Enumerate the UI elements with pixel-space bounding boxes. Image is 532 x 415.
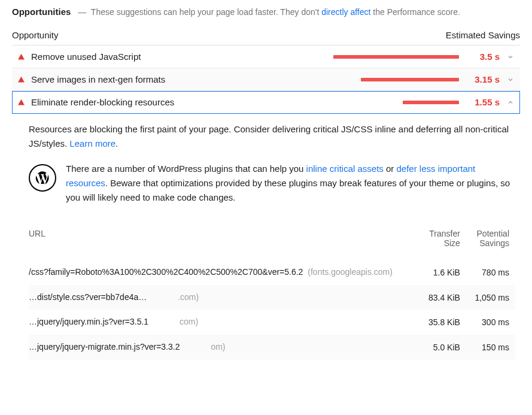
period: . [115,138,118,149]
resource-host: (fonts.googleapis.com) [308,267,393,277]
resource-url: /css?family=Roboto%3A100%2C300%2C400%2C5… [29,267,303,277]
savings-bar [333,55,459,59]
warning-triangle-icon [17,98,25,107]
resource-host: om) [211,342,225,352]
potential-savings: 300 ms [466,310,515,335]
potential-savings: 780 ms [466,260,515,285]
dash: — [78,7,86,17]
audit-row-nextgen-images[interactable]: Serve images in next-gen formats 3.15 s [12,68,520,91]
table-row: /css?family=Roboto%3A100%2C300%2C400%2C5… [29,260,515,285]
wordpress-callout-text: There are a number of WordPress plugins … [66,162,515,205]
section-desc: These suggestions can help your page loa… [91,7,460,17]
savings-value: 1.55 s [465,97,500,107]
potential-savings: 150 ms [466,335,515,360]
resource-url: …jquery/jquery.min.js?ver=3.5.1 [29,317,148,326]
th-url: URL [29,225,420,260]
savings-value: 3.15 s [465,74,500,84]
transfer-size: 35.8 KiB [420,310,466,335]
learn-more-link[interactable]: Learn more [69,138,115,149]
wp-prefix: There are a number of WordPress plugins … [66,163,306,174]
transfer-size: 5.0 KiB [420,335,466,360]
savings-bar [333,78,459,81]
chevron-up-icon [506,99,515,106]
audit-row-remove-unused-js[interactable]: Remove unused JavaScript 3.5 s [12,46,520,68]
section-title: Opportunities [12,7,71,17]
warning-triangle-icon [17,53,25,61]
potential-savings: 1,050 ms [466,285,515,310]
wp-suffix: . Beware that optimizations provided by … [66,178,510,202]
savings-bar [333,101,459,104]
resource-host: .com) [178,292,199,302]
resource-url: …dist/style.css?ver=bb7de4a… [29,292,147,302]
table-row: …jquery/jquery-migrate.min.js?ver=3.3.2 … [29,335,515,360]
directly-affect-link[interactable]: directly affect [321,7,370,17]
col-estimated-savings: Estimated Savings [446,30,520,40]
columns-header: Opportunity Estimated Savings [12,26,520,46]
audit-row-render-blocking[interactable]: Eliminate render-blocking resources 1.55… [12,91,520,114]
th-transfer-size: TransferSize [420,225,466,260]
resource-host: com) [180,317,198,326]
detail-description: Resources are blocking the first paint o… [29,122,515,151]
opportunities-heading: Opportunities — These suggestions can he… [12,5,520,19]
savings-value: 3.5 s [465,52,500,62]
warning-triangle-icon [17,75,25,84]
resources-table: URL TransferSize PotentialSavings /css?f… [29,225,515,360]
chevron-down-icon [506,53,515,60]
desc-prefix: These suggestions can help your page loa… [91,7,321,17]
desc-suffix: the Performance score. [370,7,460,17]
transfer-size: 83.4 KiB [420,285,466,310]
resource-url: …jquery/jquery-migrate.min.js?ver=3.3.2 [29,342,180,352]
audit-title: Eliminate render-blocking resources [31,97,327,107]
wp-mid: or [384,163,397,174]
table-row: …dist/style.css?ver=bb7de4a… .com) 83.4 … [29,285,515,310]
th-potential-savings: PotentialSavings [466,225,515,260]
audit-detail: Resources are blocking the first paint o… [12,114,520,360]
audit-title: Remove unused JavaScript [31,52,327,62]
transfer-size: 1.6 KiB [420,260,466,285]
table-row: …jquery/jquery.min.js?ver=3.5.1 com) 35.… [29,310,515,335]
inline-critical-assets-link[interactable]: inline critical assets [306,163,384,174]
chevron-down-icon [506,76,515,83]
wordpress-callout: There are a number of WordPress plugins … [29,162,515,205]
wordpress-icon [29,164,56,192]
audit-title: Serve images in next-gen formats [31,74,327,84]
col-opportunity: Opportunity [12,30,59,40]
